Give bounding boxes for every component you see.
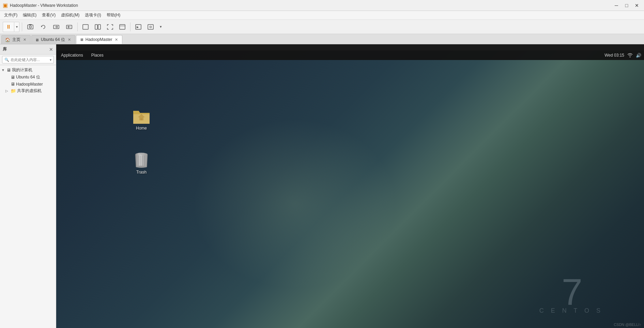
settings-view-icon (148, 24, 154, 30)
sidebar-header: 库 ✕ (0, 44, 56, 55)
vmware-logo-icon: ▣ (3, 2, 8, 9)
svg-point-14 (150, 26, 152, 28)
pause-group: ⏸ ▾ (3, 22, 19, 32)
hadoop-tab-label: HadoopMaster (86, 37, 112, 42)
snapshot-button[interactable] (25, 22, 36, 32)
ubuntu-tab-label: Ubuntu 64 位 (41, 37, 65, 43)
panel-time: Wed 03:15 (604, 53, 624, 58)
ubuntu-label: Ubuntu 64 位 (16, 74, 40, 80)
desktop-icon-trash[interactable]: Trash (128, 149, 155, 176)
console-icon: ▶ (135, 24, 141, 30)
hadoop-label: HadoopMaster (16, 82, 43, 87)
titlebar-controls: ─ □ ✕ (612, 2, 641, 9)
menu-help[interactable]: 帮助(H) (104, 12, 123, 19)
ubuntu-tab-close[interactable]: ✕ (67, 37, 72, 42)
hadoop-tab-close[interactable]: ✕ (114, 37, 119, 42)
titlebar-title: HadoopMaster - VMware Workstation (10, 3, 78, 8)
send-icon (53, 24, 60, 30)
svg-rect-6 (83, 25, 88, 29)
menubar: 文件(F) 编辑(E) 查看(V) 虚拟机(M) 选项卡(I) 帮助(H) (0, 11, 644, 20)
gnome-panel-right: Wed 03:15 🔊 (604, 53, 641, 58)
separator-2 (77, 23, 78, 31)
expand-icon: ▼ (1, 68, 5, 72)
receive-icon (66, 24, 73, 30)
sidebar-item-mycomputer[interactable]: ▼ 🖥 我的计算机 (0, 66, 56, 74)
centos-number: 7 (539, 273, 603, 311)
compact-view-icon (95, 24, 101, 30)
compact-view-button[interactable] (92, 22, 103, 32)
svg-marker-3 (41, 26, 42, 27)
hadoop-icon: 🖥 (11, 81, 15, 87)
home-tab-close[interactable]: ✕ (22, 37, 27, 42)
sidebar-item-shared[interactable]: ▷ 📁 共享的虚拟机 (0, 87, 56, 94)
places-menu[interactable]: Places (89, 52, 106, 58)
tab-ubuntu[interactable]: 🖥 Ubuntu 64 位 ✕ (31, 35, 75, 44)
shared-label: 共享的虚拟机 (17, 88, 42, 94)
sidebar-item-hadoopmaster[interactable]: 🖥 HadoopMaster (0, 81, 56, 87)
sidebar: 库 ✕ 🔍 ▾ ▼ 🖥 我的计算机 🖥 Ubuntu 64 位 (0, 44, 56, 328)
home-tab-label: 主页 (12, 37, 20, 43)
computer-icon: 🖥 (6, 68, 11, 73)
svg-text:▶: ▶ (137, 26, 139, 29)
maximize-button[interactable]: □ (622, 2, 631, 9)
gnome-panel: Applications Places Wed 03:15 🔊 (56, 50, 644, 60)
sidebar-tree: ▼ 🖥 我的计算机 🖥 Ubuntu 64 位 🖥 HadoopMaster ▷… (0, 65, 56, 328)
svg-rect-20 (139, 153, 143, 154)
menu-edit[interactable]: 编辑(E) (20, 12, 39, 19)
menu-file[interactable]: 文件(F) (1, 12, 20, 19)
settings-view-button[interactable] (145, 22, 156, 32)
normal-view-icon (82, 24, 89, 30)
mycomputer-label: 我的计算机 (12, 67, 32, 73)
network-icon (627, 53, 633, 58)
volume-icon: 🔊 (636, 53, 641, 58)
desktop-icon-home[interactable]: Home (128, 107, 155, 132)
settings-dropdown-button[interactable]: ▾ (157, 22, 164, 32)
send-key-button[interactable] (50, 22, 62, 32)
pause-button[interactable]: ⏸ (3, 22, 14, 32)
shared-icon: 📁 (11, 88, 16, 93)
menu-tabs[interactable]: 选项卡(I) (82, 12, 104, 19)
home-icon-label: Home (136, 126, 147, 131)
sidebar-item-ubuntu[interactable]: 🖥 Ubuntu 64 位 (0, 74, 56, 81)
toolbar: ⏸ ▾ (0, 20, 644, 34)
titlebar-left: ▣ HadoopMaster - VMware Workstation (3, 2, 78, 9)
svg-rect-7 (95, 25, 97, 29)
receive-button[interactable] (63, 22, 75, 32)
pause-icon: ⏸ (6, 24, 11, 30)
search-dropdown-icon[interactable]: ▾ (50, 58, 51, 62)
minimize-button[interactable]: ─ (612, 2, 621, 9)
tab-hadoopmaster[interactable]: 🖥 HadoopMaster ✕ (76, 35, 123, 44)
home-tab-icon: 🏠 (5, 38, 10, 42)
main-layout: 库 ✕ 🔍 ▾ ▼ 🖥 我的计算机 🖥 Ubuntu 64 位 (0, 44, 644, 328)
search-box[interactable]: 🔍 ▾ (2, 56, 54, 63)
tab-home[interactable]: 🏠 主页 ✕ (1, 35, 31, 44)
normal-view-button[interactable] (80, 22, 91, 32)
sidebar-search-area: 🔍 ▾ (0, 55, 56, 65)
svg-rect-18 (141, 118, 142, 120)
unity-button[interactable] (117, 22, 128, 32)
centos-text: C E N T O S (539, 307, 603, 314)
fullscreen-button[interactable] (105, 22, 116, 32)
vm-desktop[interactable]: Applications Places Wed 03:15 🔊 (56, 50, 644, 328)
vm-area: Applications Places Wed 03:15 🔊 (56, 44, 644, 328)
trash-icon-label: Trash (136, 170, 147, 175)
trash-icon (134, 151, 149, 168)
sidebar-close-button[interactable]: ✕ (49, 47, 53, 52)
ubuntu-icon: 🖥 (11, 75, 15, 80)
menu-vm[interactable]: 虚拟机(M) (58, 12, 82, 19)
tabs-bar: 🏠 主页 ✕ 🖥 Ubuntu 64 位 ✕ 🖥 HadoopMaster ✕ (0, 34, 644, 44)
titlebar: ▣ HadoopMaster - VMware Workstation ─ □ … (0, 0, 644, 11)
search-input[interactable] (11, 58, 50, 62)
applications-menu[interactable]: Applications (59, 52, 85, 58)
console-view-button[interactable]: ▶ (133, 22, 144, 32)
svg-point-1 (29, 26, 31, 28)
gnome-panel-left: Applications Places (59, 52, 106, 58)
home-folder-icon (133, 108, 150, 124)
pause-dropdown-button[interactable]: ▾ (14, 22, 19, 32)
revert-button[interactable] (37, 22, 49, 32)
close-button[interactable]: ✕ (632, 2, 641, 9)
fullscreen-icon (107, 24, 113, 30)
svg-rect-0 (28, 25, 33, 29)
menu-view[interactable]: 查看(V) (39, 12, 58, 19)
search-icon: 🔍 (4, 58, 9, 62)
